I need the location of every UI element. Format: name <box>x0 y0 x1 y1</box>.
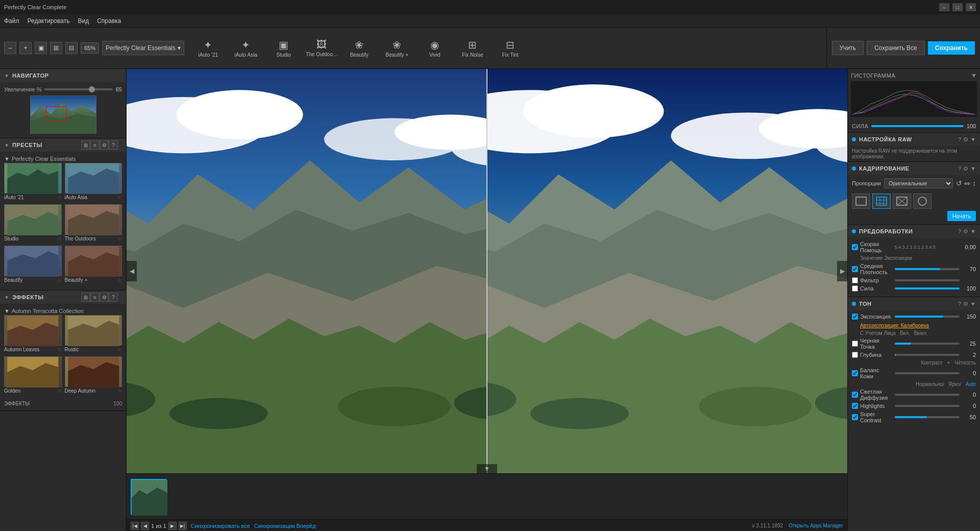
effects-list-icon[interactable]: ≡ <box>90 293 100 302</box>
menu-file[interactable]: Файл <box>4 17 19 25</box>
preprocess-track-4[interactable] <box>895 287 960 289</box>
preset-vivid[interactable]: ◉ Vivid <box>417 37 453 60</box>
view-mode-1[interactable]: ▣ <box>35 42 47 54</box>
effects-grid-icon[interactable]: ⊞ <box>81 293 90 302</box>
preprocess-track-3[interactable] <box>895 279 960 281</box>
preprocess-header[interactable]: ПРЕДОБРАБОТКИ ? ⚙ ▼ <box>848 225 980 238</box>
presets-grid-icon[interactable]: ⊞ <box>81 140 90 150</box>
effects-header[interactable]: ▼ ЭФФЕКТЫ ⊞ ≡ ⚙ ? <box>0 291 126 304</box>
menu-view[interactable]: Вид <box>78 17 89 25</box>
tone-track-blackpoint[interactable] <box>895 343 960 345</box>
crop-grid-3[interactable] <box>893 194 911 209</box>
raw-arrow-icon[interactable]: ▼ <box>970 136 976 143</box>
raw-help-icon[interactable]: ? <box>958 136 961 143</box>
strength-slider[interactable] <box>871 125 963 127</box>
tone-cb-blackpoint[interactable] <box>852 341 858 347</box>
effect-card-golden[interactable]: Golden ☆ <box>4 356 62 395</box>
prev-page-button[interactable]: ◀ <box>141 522 149 530</box>
tone-track-supercontrast[interactable] <box>895 416 960 418</box>
presets-help-icon[interactable]: ? <box>109 140 118 150</box>
tone-track-skin[interactable] <box>895 372 960 374</box>
preprocess-track-2[interactable] <box>895 268 960 270</box>
preset-iauto-asia[interactable]: ✦ iAuto Asia <box>228 37 264 60</box>
save-button[interactable]: Сохранить <box>928 41 975 55</box>
effect-card-rustic[interactable]: Rustic ☆ <box>65 315 122 353</box>
navigator-header[interactable]: ▼ НАВИГАТОР <box>0 69 126 82</box>
preset-iauto21[interactable]: ✦ iAuto '21 <box>190 37 226 60</box>
preprocess-cb-3[interactable] <box>852 277 858 283</box>
last-page-button[interactable]: ▶| <box>179 522 187 530</box>
tone-autoexp-link[interactable]: Автоэкспозиция: Калибровка <box>860 323 929 328</box>
crop-grid-1[interactable] <box>852 194 870 209</box>
tone-cb-lightdiff[interactable] <box>852 392 858 398</box>
sync-forward-link[interactable]: Синхронизация Вперёд <box>254 523 316 529</box>
preprocess-settings-icon[interactable]: ⚙ <box>963 228 968 235</box>
crop-start-button[interactable]: Начать <box>947 211 976 221</box>
view-mode-2[interactable]: ⊞ <box>50 42 62 54</box>
tone-cb-skin[interactable] <box>852 370 858 376</box>
presets-settings-icon[interactable]: ⚙ <box>100 140 109 150</box>
tone-header[interactable]: ТОН ? ⚙ ▼ <box>848 297 980 310</box>
raw-settings-icon[interactable]: ⚙ <box>963 136 968 143</box>
right-arrow[interactable]: ▶ <box>837 261 847 281</box>
crop-grid-4[interactable] <box>913 194 932 209</box>
preset-card-outdoors[interactable]: The Outdoors ☆ <box>65 204 122 243</box>
raw-header[interactable]: НАСТРОЙКА RAW ? ⚙ ▼ <box>848 133 980 146</box>
tone-arrow-icon[interactable]: ▼ <box>970 301 976 307</box>
zoom-out-button[interactable]: – <box>4 42 16 54</box>
close-button[interactable]: ✕ <box>966 3 976 11</box>
preprocess-arrow-icon[interactable]: ▼ <box>970 228 976 235</box>
tone-settings-icon[interactable]: ⚙ <box>963 301 968 307</box>
preprocess-help-icon[interactable]: ? <box>958 228 961 235</box>
crop-help-icon[interactable]: ? <box>958 165 961 172</box>
preset-fixnoise[interactable]: ⊞ Fix Noise <box>455 37 491 60</box>
preset-fixtint[interactable]: ⊟ Fix Tint <box>493 37 528 60</box>
tone-track-exposure[interactable] <box>895 316 960 318</box>
rotate-left-icon[interactable]: ↺ <box>956 179 962 187</box>
effect-card-deep-autumn[interactable]: Deep Autumn ☆ <box>65 356 122 395</box>
preprocess-cb-2[interactable] <box>852 266 858 272</box>
first-page-button[interactable]: |◀ <box>131 522 139 530</box>
preset-studio[interactable]: ▣ Studio <box>266 37 302 60</box>
tone-help-icon[interactable]: ? <box>958 301 961 307</box>
nav-zoom-slider[interactable] <box>44 88 112 90</box>
menu-help[interactable]: Справка <box>97 17 121 25</box>
rotate-right-icon[interactable]: ↕ <box>972 179 976 187</box>
histogram-menu-icon[interactable]: ▼ <box>971 72 977 79</box>
preset-card-beautify[interactable]: Beautify ☆ <box>4 246 62 284</box>
view-mode-3[interactable]: ⊟ <box>65 42 78 54</box>
effect-card-autumn-leaves[interactable]: Autumn Leaves ☆ <box>4 315 62 353</box>
open-apps-link[interactable]: Открыть Apps Manager <box>789 523 843 528</box>
learn-button[interactable]: Учить <box>832 41 864 55</box>
effects-help-icon[interactable]: ? <box>109 293 118 302</box>
saveall-button[interactable]: Сохранить Все <box>867 41 925 55</box>
tone-cb-depth[interactable] <box>852 352 858 358</box>
crop-settings-icon[interactable]: ⚙ <box>963 165 968 172</box>
flip-horizontal-icon[interactable]: ⇔ <box>964 179 970 187</box>
presets-list-icon[interactable]: ≡ <box>90 140 100 150</box>
crop-grid-2[interactable] <box>872 194 891 209</box>
tone-face-on[interactable]: Вкл. <box>900 330 910 336</box>
preset-card-studio[interactable]: Studio ☆ <box>4 204 62 243</box>
zoom-in-button[interactable]: + <box>19 42 32 54</box>
tone-cb-highlights[interactable] <box>852 403 858 409</box>
preset-card-iauto21[interactable]: iAuto '21 ☆ <box>4 163 62 201</box>
tone-track-lightdiff[interactable] <box>895 394 960 396</box>
tone-cb-exposure[interactable] <box>852 313 858 320</box>
effects-settings-icon[interactable]: ⚙ <box>100 293 109 302</box>
filmstrip-item-1[interactable] <box>131 479 166 515</box>
preprocess-cb-1[interactable] <box>852 244 858 250</box>
maximize-button[interactable]: □ <box>952 3 963 11</box>
proportions-select[interactable]: Оригинальные <box>884 178 953 188</box>
minimize-button[interactable]: – <box>939 3 949 11</box>
menu-edit[interactable]: Редактировать <box>28 17 70 25</box>
preset-outdoors[interactable]: 🖼 The Outdoo... <box>304 37 339 59</box>
preset-beautify[interactable]: ❀ Beautify <box>341 37 377 60</box>
presets-header[interactable]: ▼ ПРЕСЕТЫ ⊞ ≡ ⚙ ? <box>0 138 126 152</box>
tone-face-off[interactable]: Выкл. <box>914 330 928 336</box>
tone-track-highlights[interactable] <box>895 405 960 407</box>
zoom-field[interactable]: 65% <box>81 42 99 54</box>
preset-card-beautify-plus[interactable]: Beautify + ☆ <box>65 246 122 284</box>
tone-track-depth[interactable] <box>895 354 960 356</box>
bottom-arrow[interactable]: ▼ <box>477 464 497 473</box>
